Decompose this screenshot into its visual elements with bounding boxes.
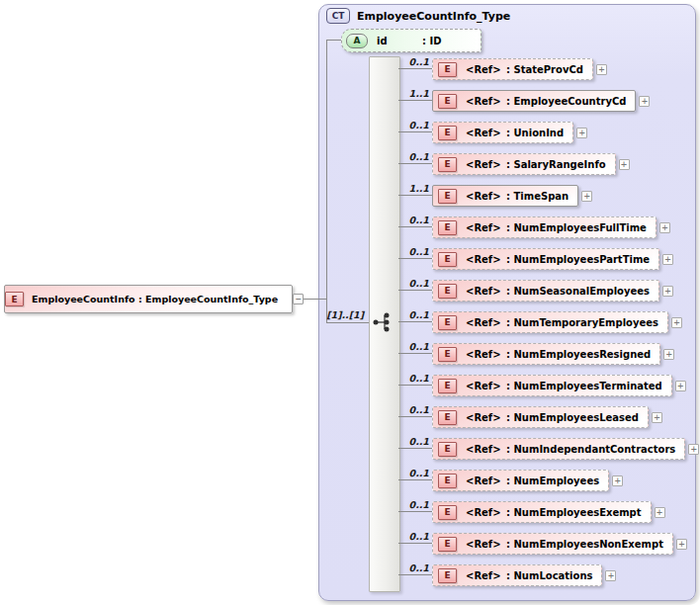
child-element-box[interactable]: E<Ref>: NumEmployees bbox=[432, 470, 609, 491]
child-element-box[interactable]: E<Ref>: NumEmployeesFullTime bbox=[432, 216, 656, 238]
element-badge-icon: E bbox=[438, 410, 457, 425]
element-ref-label: <Ref> bbox=[466, 475, 506, 486]
expand-toggle[interactable]: + bbox=[688, 444, 699, 455]
child-element-box[interactable]: E<Ref>: NumTemporaryEmployees bbox=[432, 311, 668, 333]
attribute-badge-icon: A bbox=[346, 34, 368, 48]
collapse-toggle[interactable]: − bbox=[293, 294, 304, 304]
row-connector-line bbox=[398, 163, 432, 164]
row-connector-line bbox=[398, 195, 432, 196]
cardinality-label: 1..1 bbox=[398, 88, 429, 99]
element-ref-label: <Ref> bbox=[466, 128, 506, 138]
element-badge-icon: E bbox=[438, 157, 457, 172]
element-type-label: : NumEmployeesTerminated bbox=[506, 381, 662, 391]
element-type-label: : NumEmployeesLeased bbox=[506, 412, 639, 423]
cardinality-label: 0..1 bbox=[398, 404, 429, 415]
element-ref-label: <Ref> bbox=[466, 222, 506, 233]
cardinality-label: 0..1 bbox=[398, 120, 429, 130]
child-element-box[interactable]: E<Ref>: NumSeasonalEmployees bbox=[432, 280, 659, 302]
child-element-box[interactable]: E<Ref>: NumEmployeesTerminated bbox=[432, 375, 672, 396]
expand-toggle[interactable]: + bbox=[663, 349, 674, 360]
expand-toggle[interactable]: + bbox=[659, 222, 670, 233]
cardinality-label: 0..1 bbox=[398, 562, 429, 573]
root-element-box[interactable]: E EmployeeCountInfo : EmployeeCountInfo_… bbox=[4, 285, 293, 313]
element-type-label: : NumTemporaryEmployees bbox=[506, 317, 658, 328]
child-element-row: 0..1E<Ref>: NumEmployeesTerminated+ bbox=[398, 370, 686, 401]
element-ref-label: <Ref> bbox=[466, 444, 506, 455]
child-element-box[interactable]: E<Ref>: NumIndependantContractors bbox=[432, 438, 685, 460]
attribute-box-id[interactable]: A id : ID bbox=[341, 29, 481, 52]
expand-toggle[interactable]: + bbox=[662, 286, 673, 297]
child-element-box[interactable]: E<Ref>: NumEmployeesExempt bbox=[432, 501, 652, 523]
child-element-box[interactable]: E<Ref>: UnionInd bbox=[432, 122, 573, 143]
expand-toggle[interactable]: + bbox=[639, 96, 650, 107]
child-element-box[interactable]: E<Ref>: NumEmployeesResigned bbox=[432, 343, 660, 365]
child-element-row: 0..1E<Ref>: NumEmployeesNonExempt+ bbox=[398, 528, 687, 560]
expand-toggle[interactable]: + bbox=[605, 570, 616, 581]
element-ref-label: <Ref> bbox=[466, 191, 506, 202]
cardinality-label: 0..1 bbox=[398, 341, 429, 352]
child-element-row: 0..1E<Ref>: NumEmployees+ bbox=[398, 465, 623, 496]
root-connector-line bbox=[304, 299, 327, 300]
child-element-box[interactable]: E<Ref>: TimeSpan bbox=[432, 185, 578, 207]
child-element-box[interactable]: E<Ref>: NumEmployeesPartTime bbox=[432, 248, 659, 270]
cardinality-label: 0..1 bbox=[398, 278, 429, 289]
row-connector-line bbox=[398, 68, 432, 69]
element-ref-label: <Ref> bbox=[466, 254, 506, 265]
expand-toggle[interactable]: + bbox=[576, 128, 587, 138]
element-type-label: : NumEmployeesNonExempt bbox=[506, 539, 663, 550]
expand-toggle[interactable]: + bbox=[596, 64, 607, 75]
cardinality-label: 0..1 bbox=[398, 373, 429, 384]
element-badge-icon: E bbox=[438, 126, 457, 140]
expand-toggle[interactable]: + bbox=[662, 254, 673, 265]
row-connector-line bbox=[398, 416, 432, 417]
element-badge-icon: E bbox=[438, 537, 457, 552]
element-badge-icon: E bbox=[438, 94, 457, 109]
element-badge-icon: E bbox=[438, 189, 457, 204]
element-ref-label: <Ref> bbox=[466, 381, 506, 391]
element-ref-label: <Ref> bbox=[466, 507, 506, 518]
expand-toggle[interactable]: + bbox=[671, 317, 682, 328]
child-element-box[interactable]: E<Ref>: NumEmployeesLeased bbox=[432, 406, 649, 428]
element-badge-icon: E bbox=[438, 379, 457, 393]
complex-type-title: EmployeeCountInfo_Type bbox=[357, 10, 510, 23]
child-element-row: 1..1E<Ref>: TimeSpan+ bbox=[398, 180, 592, 212]
element-type-label: : NumEmployeesExempt bbox=[506, 507, 642, 518]
child-element-row: 0..1E<Ref>: NumEmployeesLeased+ bbox=[398, 401, 662, 433]
element-ref-label: <Ref> bbox=[466, 159, 506, 170]
element-type-label: : TimeSpan bbox=[506, 191, 569, 202]
expand-toggle[interactable]: + bbox=[675, 381, 686, 391]
child-element-row: 0..1E<Ref>: NumLocations+ bbox=[398, 560, 616, 591]
cardinality-label: 0..1 bbox=[398, 246, 429, 257]
child-element-row: 0..1E<Ref>: NumSeasonalEmployees+ bbox=[398, 275, 673, 306]
child-element-box[interactable]: E<Ref>: NumEmployeesNonExempt bbox=[432, 533, 673, 555]
child-element-row: 0..1E<Ref>: SalaryRangeInfo+ bbox=[398, 148, 630, 180]
element-ref-label: <Ref> bbox=[466, 349, 506, 360]
row-connector-line bbox=[398, 448, 432, 449]
element-ref-label: <Ref> bbox=[466, 96, 506, 107]
expand-toggle[interactable]: + bbox=[655, 507, 665, 518]
expand-toggle[interactable]: + bbox=[676, 539, 687, 550]
child-element-box[interactable]: E<Ref>: SalaryRangeInfo bbox=[432, 153, 616, 175]
child-element-box[interactable]: E<Ref>: NumLocations bbox=[432, 564, 602, 586]
expand-toggle[interactable]: + bbox=[619, 159, 630, 170]
element-type-label: : UnionInd bbox=[506, 128, 564, 138]
root-element-label: EmployeeCountInfo : EmployeeCountInfo_Ty… bbox=[32, 294, 278, 304]
element-type-label: : SalaryRangeInfo bbox=[506, 159, 606, 170]
element-badge-icon: E bbox=[438, 315, 457, 330]
row-connector-line bbox=[398, 511, 432, 512]
expand-toggle[interactable]: + bbox=[652, 412, 662, 423]
attribute-type: : ID bbox=[422, 36, 442, 46]
row-connector-line bbox=[398, 226, 432, 227]
cardinality-label: 0..1 bbox=[398, 436, 429, 447]
attribute-connector-line bbox=[326, 40, 342, 41]
complex-type-header: CT EmployeeCountInfo_Type bbox=[326, 8, 510, 24]
tree-vertical-line bbox=[326, 40, 327, 323]
sequence-connector-line bbox=[326, 322, 369, 323]
child-element-box[interactable]: E<Ref>: StateProvCd bbox=[432, 58, 593, 80]
expand-toggle[interactable]: + bbox=[612, 475, 623, 486]
expand-toggle[interactable]: + bbox=[581, 191, 592, 202]
child-element-box[interactable]: E<Ref>: EmployeeCountryCd bbox=[432, 90, 636, 112]
element-badge-icon: E bbox=[438, 347, 457, 362]
row-connector-line bbox=[398, 131, 432, 132]
element-badge-icon: E bbox=[438, 568, 457, 583]
